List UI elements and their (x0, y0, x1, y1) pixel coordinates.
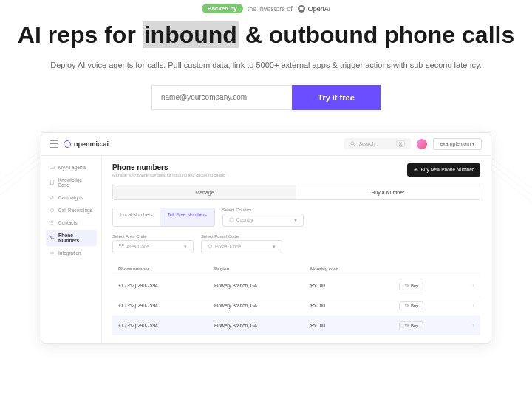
svg-point-5 (51, 221, 53, 223)
sidebar-item-agents[interactable]: My AI agents (46, 162, 97, 173)
filter-local[interactable]: Local Numbers (113, 208, 160, 226)
filter-tollfree[interactable]: Toll Free Numbers (160, 208, 214, 226)
buy-button[interactable]: Buy (399, 282, 423, 290)
col-region: Region (214, 267, 310, 271)
svg-rect-7 (120, 245, 121, 246)
col-cost: Monthly cost (310, 267, 399, 271)
cart-icon (404, 324, 409, 328)
plus-icon: ⊕ (414, 167, 418, 173)
backed-by: Backed by the investors of OpenAI (202, 4, 331, 13)
table-row[interactable]: +1 (352) 290-7594 Flowery Branch, GA $50… (112, 276, 480, 296)
area-label: Select Area Code (112, 234, 194, 239)
openai-logo: OpenAI (297, 4, 331, 13)
chevron-right-icon: › (472, 322, 474, 329)
hero-subtitle: Deploy AI voice agents for calls. Pull c… (15, 59, 517, 72)
app-logo: openmic.ai (64, 140, 109, 148)
buy-button[interactable]: Buy (399, 301, 423, 310)
table-row[interactable]: +1 (352) 290-7594 Flowery Branch, GA $50… (112, 316, 480, 335)
sidebar-item-recordings[interactable]: Call Recordings (46, 205, 97, 216)
megaphone-icon (50, 195, 55, 200)
svg-line-1 (354, 145, 355, 146)
sidebar-item-contacts[interactable]: Contacts (46, 217, 97, 228)
cart-icon (404, 284, 409, 288)
phone-icon (50, 235, 55, 240)
table-row[interactable]: +1 (352) 290-7594 Flowery Branch, GA $50… (112, 296, 480, 316)
sidebar-item-campaigns[interactable]: Campaigns (46, 192, 97, 203)
chevron-down-icon: ▾ (294, 217, 297, 223)
sidebar-item-integration[interactable]: Integration (46, 248, 97, 259)
country-select[interactable]: Country▾ (222, 214, 304, 227)
robot-icon (50, 165, 55, 170)
search-icon (350, 141, 355, 146)
domain-dropdown[interactable]: example.com ▾ (433, 138, 482, 150)
page-title: Phone numbers (112, 163, 225, 171)
page-subtitle: Manage your phone numbers for inbound an… (112, 173, 225, 177)
svg-rect-3 (50, 180, 53, 185)
openai-icon (297, 4, 306, 13)
chevron-down-icon: ▾ (184, 244, 187, 250)
svg-rect-8 (122, 245, 123, 246)
chevron-down-icon: ▾ (472, 141, 475, 146)
link-icon (50, 250, 55, 256)
chevron-down-icon: ▾ (273, 244, 276, 250)
email-field[interactable] (151, 85, 292, 110)
chevron-right-icon: › (472, 302, 474, 309)
area-select[interactable]: Area Code▾ (112, 240, 194, 253)
pin-icon (208, 244, 213, 249)
buy-new-number-button[interactable]: ⊕Buy New Phone Number (407, 163, 480, 177)
hero-title: AI reps for inbound & outbound phone cal… (15, 21, 517, 49)
try-free-button[interactable]: Try it free (292, 85, 381, 110)
svg-rect-2 (50, 166, 55, 168)
tab-manage[interactable]: Manage (113, 185, 296, 200)
search-input[interactable]: Search ⌘ (344, 138, 411, 149)
svg-point-4 (50, 208, 53, 211)
svg-point-6 (230, 218, 234, 222)
record-icon (50, 208, 55, 213)
svg-point-0 (351, 142, 354, 145)
sidebar-item-phone-numbers[interactable]: Phone Numbers (46, 230, 97, 246)
country-label: Select Country (222, 208, 304, 212)
user-icon (50, 220, 55, 225)
logo-icon (64, 140, 71, 148)
menu-icon[interactable] (50, 140, 58, 148)
tab-buy[interactable]: Buy a Number (296, 185, 480, 200)
sidebar-item-knowledge[interactable]: Knowledge Base (46, 174, 97, 191)
postal-select[interactable]: Postal Code▾ (201, 240, 282, 253)
sidebar: My AI agents Knowledge Base Campaigns Ca… (41, 156, 102, 343)
buy-button[interactable]: Buy (399, 321, 423, 330)
avatar[interactable] (417, 139, 427, 149)
backed-badge: Backed by (202, 4, 243, 13)
grid-icon (119, 244, 124, 249)
numbers-table: Phone number Region Monthly cost +1 (352… (112, 262, 480, 335)
book-icon (50, 180, 55, 185)
chevron-right-icon: › (472, 282, 474, 289)
cart-icon (404, 304, 409, 308)
globe-icon (229, 217, 234, 222)
postal-label: Select Postal Code (201, 234, 282, 239)
col-number: Phone number (118, 267, 214, 271)
app-window: openmic.ai Search ⌘ example.com ▾ My AI … (41, 132, 491, 344)
